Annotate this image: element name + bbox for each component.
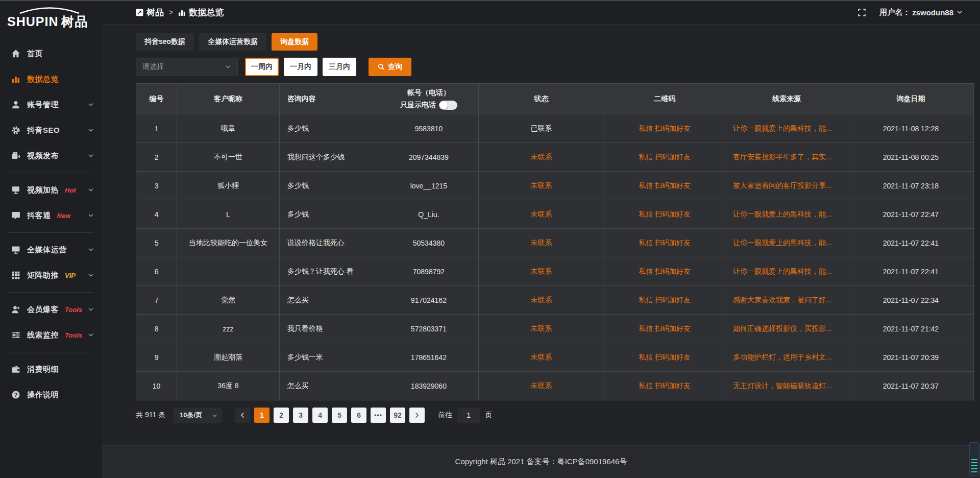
source-link[interactable]: 让你一眼就爱上的黑科技，能...: [733, 210, 832, 218]
page-size-select[interactable]: 10条/页: [174, 408, 222, 423]
cell-status: 未联系: [478, 257, 604, 286]
page-button-5[interactable]: 5: [332, 408, 347, 423]
status-badge: 已联系: [530, 124, 552, 132]
page-ellipsis[interactable]: •••: [371, 408, 386, 423]
sidebar-item-label: 首页: [27, 49, 43, 59]
chevron-down-icon: [88, 212, 94, 219]
table-body: 1哦章多少钱9583810已联系私信 扫码加好友让你一眼就爱上的黑科技，能...…: [136, 114, 974, 400]
cell-nickname: 狐小狸: [177, 172, 280, 200]
phone-only-toggle[interactable]: [439, 101, 457, 110]
breadcrumb-item-data-overview[interactable]: 数据总览: [178, 7, 224, 18]
sidebar-item-matrix-boost[interactable]: 矩阵助推VIP: [0, 262, 102, 288]
cell-qrcode: 私信 扫码加好友: [604, 343, 725, 372]
tab-douyin-seo-data[interactable]: 抖音seo数据: [136, 33, 194, 51]
cell-source: 如何正确选择投影仪，买投影...: [725, 315, 848, 343]
fullscreen-icon[interactable]: [857, 8, 866, 17]
page-button-92[interactable]: 92: [390, 408, 405, 423]
filter-select[interactable]: 请选择: [136, 58, 238, 76]
cell-nickname: 哦章: [177, 114, 280, 143]
gear-icon: [11, 126, 20, 135]
search-button[interactable]: 查询: [369, 58, 411, 76]
chevron-down-icon: [88, 127, 94, 133]
sidebar-item-media-ops[interactable]: 全媒体运营: [0, 237, 102, 262]
page-button-2[interactable]: 2: [274, 408, 289, 423]
qrcode-link[interactable]: 私信 扫码加好友: [639, 267, 691, 275]
user-menu[interactable]: 用户名：zswodun88: [879, 8, 963, 17]
col-header-label: 帐号（电话）: [407, 88, 450, 98]
period-button-quarter[interactable]: 三月内: [323, 58, 356, 76]
sidebar-item-label: 账号管理: [27, 100, 59, 110]
sidebar-item-clue-monitor[interactable]: 线索监控Tools: [0, 322, 102, 348]
page-button-4[interactable]: 4: [312, 408, 328, 423]
chevron-down-icon: [957, 9, 963, 15]
cell-status: 未联系: [478, 286, 604, 315]
video-camera-icon: [11, 151, 20, 160]
status-badge: 未联系: [530, 210, 552, 218]
cell-content: 多少钱一米: [279, 343, 379, 372]
source-link[interactable]: 无主灯设计，智能磁吸轨道灯...: [733, 381, 832, 390]
sidebar-item-account-manage[interactable]: 账号管理: [0, 92, 102, 117]
cell-source: 让你一眼就爱上的黑科技，能...: [725, 200, 848, 229]
breadcrumb-label: 树品: [146, 7, 164, 18]
cell-source: 客厅安装投影半年多了，真实...: [725, 143, 848, 172]
source-link[interactable]: 客厅安装投影半年多了，真实...: [733, 153, 832, 161]
table-row: 3狐小狸多少钱love__1215未联系私信 扫码加好友被大家追着问的客厅投影分…: [136, 172, 974, 200]
cell-qrcode: 私信 扫码加好友: [604, 143, 725, 172]
source-link[interactable]: 让你一眼就爱上的黑科技，能...: [733, 267, 832, 275]
qrcode-link[interactable]: 私信 扫码加好友: [639, 210, 691, 218]
badge-hot: Hot: [65, 186, 76, 194]
source-link[interactable]: 让你一眼就爱上的黑科技，能...: [733, 124, 832, 132]
sidebar-item-home[interactable]: 首页: [0, 41, 102, 66]
qrcode-link[interactable]: 私信 扫码加好友: [639, 296, 691, 304]
cell-date: 2021-11-07 22:34: [848, 286, 973, 315]
cell-status: 未联系: [478, 229, 604, 257]
breadcrumb: 树品>数据总览: [136, 7, 224, 18]
qrcode-link[interactable]: 私信 扫码加好友: [639, 153, 691, 161]
logo-arc: [18, 7, 81, 14]
source-link[interactable]: 被大家追着问的客厅投影分享...: [733, 181, 832, 189]
floating-widget[interactable]: [969, 442, 979, 476]
page-button-1[interactable]: 1: [254, 408, 270, 423]
cell-nickname: 潮起潮落: [177, 343, 280, 372]
cell-no: 6: [136, 257, 177, 286]
cell-qrcode: 私信 扫码加好友: [604, 114, 725, 143]
source-link[interactable]: 感谢大家喜欢我家，被问了好...: [733, 296, 832, 304]
page-button-6[interactable]: 6: [351, 408, 366, 423]
qrcode-link[interactable]: 私信 扫码加好友: [639, 181, 691, 189]
source-link[interactable]: 如何正确选择投影仪，买投影...: [733, 324, 832, 332]
sidebar-item-douyin-seo[interactable]: 抖音SEO: [0, 117, 102, 143]
member-icon: [11, 305, 20, 314]
goto-page-input[interactable]: [457, 408, 480, 423]
tab-media-ops-data[interactable]: 全媒体运营数据: [199, 33, 266, 51]
badge-new: New: [57, 212, 71, 220]
tab-inquiry-data[interactable]: 询盘数据: [272, 33, 317, 51]
sidebar-item-douketong[interactable]: 抖客通New: [0, 203, 102, 228]
sidebar-item-member-burst[interactable]: 会员爆客Tools: [0, 297, 102, 322]
sidebar-item-data-overview[interactable]: 数据总览: [0, 66, 102, 92]
cell-date: 2021-11-08 12:28: [848, 114, 973, 143]
col-header-no: 编号: [136, 84, 177, 114]
table-row: 2不可一世我想问这个多少钱2097344839未联系私信 扫码加好友客厅安装投影…: [136, 143, 974, 172]
chevron-down-icon: [88, 332, 94, 338]
sidebar-item-video-heat[interactable]: 视频加热Hot: [0, 177, 102, 203]
breadcrumb-item-shupin[interactable]: 树品: [136, 7, 164, 18]
toggle-label: 只显示电话: [400, 101, 436, 110]
sidebar-item-consume-detail[interactable]: 消费明细: [0, 356, 102, 382]
prev-page-button[interactable]: [235, 408, 250, 423]
sidebar-item-help[interactable]: ?操作说明: [0, 382, 102, 408]
chevron-down-icon: [88, 153, 94, 159]
qrcode-link[interactable]: 私信 扫码加好友: [639, 124, 691, 132]
cell-qrcode: 私信 扫码加好友: [604, 315, 725, 343]
source-link[interactable]: 多功能护栏灯，适用于乡村文...: [733, 353, 832, 361]
grid-icon: [11, 271, 20, 280]
qrcode-link[interactable]: 私信 扫码加好友: [639, 238, 691, 247]
qrcode-link[interactable]: 私信 扫码加好友: [639, 324, 691, 332]
qrcode-link[interactable]: 私信 扫码加好友: [639, 381, 691, 390]
qrcode-link[interactable]: 私信 扫码加好友: [639, 353, 691, 361]
next-page-button[interactable]: [409, 408, 425, 423]
source-link[interactable]: 让你一眼就爱上的黑科技，能...: [733, 238, 832, 247]
page-button-3[interactable]: 3: [293, 408, 308, 423]
sidebar-item-video-publish[interactable]: 视频发布: [0, 143, 102, 169]
period-button-month[interactable]: 一月内: [284, 58, 317, 76]
period-button-week[interactable]: 一周内: [245, 58, 279, 76]
